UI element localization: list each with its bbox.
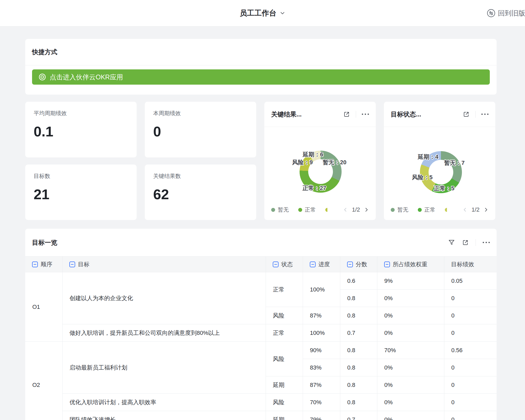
performance-cell: 0 <box>444 324 497 342</box>
progress-cell: 100% <box>303 272 340 307</box>
chart-card-header: 目标状态... <box>384 102 495 127</box>
pager-next-icon[interactable] <box>364 207 369 212</box>
divider <box>356 111 356 118</box>
topbar: 员工工作台 回到旧版 <box>0 0 525 27</box>
order-cell: O1 <box>25 272 62 342</box>
open-in-new-icon[interactable] <box>463 111 470 118</box>
goal-cell: 创建以人为本的企业文化 <box>62 272 266 324</box>
performance-cell: 0 <box>444 394 497 411</box>
shortcut-card-title: 快捷方式 <box>32 48 57 56</box>
performance-cell: 0.05 <box>444 272 497 290</box>
score-cell: 0.6 <box>340 272 377 290</box>
pager-prev-icon[interactable] <box>343 207 348 212</box>
progress-cell: 83% <box>303 359 340 376</box>
donut-slice-label: 暂无：20 <box>323 158 346 166</box>
weight-cell: 70% <box>377 342 444 359</box>
pager-next-icon[interactable] <box>484 207 488 212</box>
stat-value: 62 <box>153 186 248 202</box>
status-cell: 风险 <box>266 342 303 376</box>
donut-slice-label: 延期：4 <box>418 153 438 161</box>
legend-item[interactable]: 暂无 <box>271 206 289 213</box>
column-header-label: 状态 <box>281 260 293 268</box>
chart-card: 目标状态... 暂无：7正常：5风险：5延期：4 暂无正常 <box>384 102 495 220</box>
open-in-new-icon[interactable] <box>343 111 350 118</box>
donut-chart: 暂无：20正常：27风险：9延期：6 <box>264 127 376 199</box>
weight-cell: 0% <box>377 307 444 324</box>
table-row: O2启动最新员工福利计划风险90%0.870%0.56 <box>25 342 497 359</box>
filter-icon[interactable] <box>448 239 455 246</box>
collapse-column-icon[interactable] <box>69 262 75 267</box>
legend-dot-icon <box>271 208 275 212</box>
table-row: 团队绩效飞速增长延期79%0.70%0 <box>25 411 497 420</box>
weight-cell: 0% <box>377 411 444 420</box>
legend-label: 暂无 <box>397 206 408 213</box>
legend-dot-icon <box>298 208 302 212</box>
status-cell: 延期 <box>266 376 303 394</box>
legend-label: 暂无 <box>278 206 289 213</box>
progress-cell: 90% <box>303 342 340 359</box>
progress-cell: 100% <box>303 324 340 342</box>
performance-cell: 0 <box>444 411 497 420</box>
weight-cell: 0% <box>377 376 444 394</box>
collapse-column-icon[interactable] <box>32 262 38 267</box>
column-header-label: 顺序 <box>41 260 52 268</box>
stat-label: 关键结果数 <box>153 172 248 180</box>
performance-cell: 0 <box>444 290 497 307</box>
status-cell: 正常 <box>266 324 303 342</box>
performance-cell: 0.56 <box>444 342 497 359</box>
collapse-column-icon[interactable] <box>273 262 279 267</box>
collapse-column-icon[interactable] <box>384 262 390 267</box>
legend-clipped-dot-icon[interactable] <box>325 208 327 212</box>
stat-value: 21 <box>34 186 128 202</box>
open-okr-app-button[interactable]: 点击进入伙伴云OKR应用 <box>32 69 490 85</box>
goal-cell: 团队绩效飞速增长 <box>62 411 266 420</box>
chart-card: 关键结果... 暂无：20正常：27风险：9延期：6 暂无正常 <box>264 102 376 220</box>
score-cell: 0.8 <box>340 359 377 376</box>
pager-prev-icon[interactable] <box>462 207 467 212</box>
stat-card: 目标数 21 <box>25 165 137 220</box>
goals-card: 目标一览 顺序目标状态进度分数所占绩效权重目标绩效 O1创建以人为本的企业文化正… <box>25 229 497 420</box>
goals-table: 顺序目标状态进度分数所占绩效权重目标绩效 O1创建以人为本的企业文化正常100%… <box>25 256 497 420</box>
collapse-column-icon[interactable] <box>310 262 316 267</box>
status-cell: 风险 <box>266 307 303 324</box>
column-header: 进度 <box>303 257 340 272</box>
score-cell: 0.8 <box>340 376 377 394</box>
donut-slice-label: 正常：5 <box>434 185 454 192</box>
back-to-old-version-button[interactable]: 回到旧版 <box>487 0 525 26</box>
table-row: O1创建以人为本的企业文化正常100%0.69%0.05 <box>25 272 497 290</box>
legend-item[interactable]: 暂无 <box>391 206 408 213</box>
legend-dot-icon <box>418 208 422 212</box>
stats-grid: 平均周期绩效 0.1 本周期绩效 0 目标数 21 关键结果数 62 <box>25 102 256 220</box>
collapse-column-icon[interactable] <box>347 262 353 267</box>
stat-card: 平均周期绩效 0.1 <box>25 102 137 157</box>
more-actions-icon[interactable] <box>483 241 490 244</box>
score-cell: 0.8 <box>340 394 377 411</box>
chart-card-title: 目标状态... <box>391 110 421 119</box>
stat-card: 关键结果数 62 <box>145 165 256 220</box>
status-cell: 风险 <box>266 394 303 411</box>
legend-pager: 1/2 <box>343 206 369 213</box>
stat-label: 目标数 <box>34 172 128 180</box>
column-header: 目标绩效 <box>444 257 497 272</box>
progress-cell: 70% <box>303 394 340 411</box>
goal-cell: 启动最新员工福利计划 <box>62 342 266 394</box>
column-header-label: 进度 <box>318 260 330 268</box>
more-actions-icon[interactable] <box>481 112 488 116</box>
legend-label: 正常 <box>424 206 435 213</box>
legend-clipped-dot-icon[interactable] <box>445 208 447 212</box>
open-in-new-icon[interactable] <box>462 239 469 246</box>
table-row: 优化入职培训计划，提高入职效率风险70%0.80%0 <box>25 394 497 411</box>
weight-cell: 0% <box>377 394 444 411</box>
donut-slice-label: 风险：5 <box>412 173 433 181</box>
chart-card-header: 关键结果... <box>264 102 376 127</box>
workbench-switcher[interactable]: 员工工作台 <box>0 0 525 26</box>
pager-text: 1/2 <box>471 206 480 213</box>
more-actions-icon[interactable] <box>362 112 369 116</box>
weight-cell: 0% <box>377 359 444 376</box>
goals-card-header: 目标一览 <box>25 229 497 256</box>
status-cell: 正常 <box>266 272 303 307</box>
legend-item[interactable]: 正常 <box>298 206 316 213</box>
legend-item[interactable]: 正常 <box>418 206 435 213</box>
open-okr-app-label: 点击进入伙伴云OKR应用 <box>50 73 123 81</box>
okr-target-icon <box>38 73 46 81</box>
